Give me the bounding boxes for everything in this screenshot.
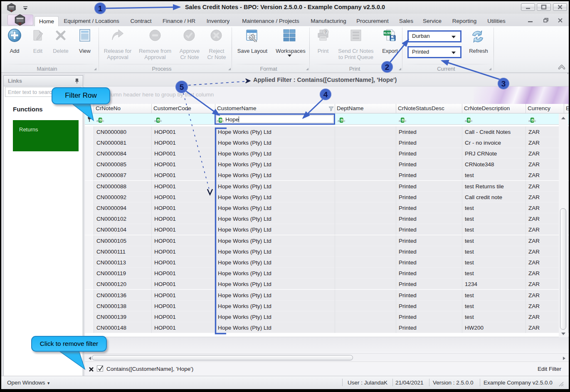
svg-text:a: a [528, 119, 531, 123]
svg-text:B: B [468, 118, 470, 122]
svg-text:a: a [96, 119, 99, 123]
svg-text:a: a [465, 119, 467, 123]
svg-text:a: a [154, 119, 156, 123]
svg-text:c: c [222, 119, 224, 123]
svg-text:B: B [220, 118, 222, 122]
svg-text:c: c [343, 119, 345, 123]
svg-text:B: B [531, 118, 534, 122]
svg-text:c: c [534, 119, 536, 123]
svg-text:B: B [157, 118, 160, 122]
svg-text:B: B [341, 118, 343, 122]
svg-text:a: a [217, 119, 219, 123]
svg-text:B: B [402, 118, 404, 122]
svg-text:XLSX: XLSX [383, 32, 391, 35]
svg-text:?: ? [324, 30, 327, 35]
svg-text:c: c [102, 119, 104, 123]
svg-text:c: c [160, 119, 162, 123]
svg-text:c: c [405, 119, 406, 123]
svg-text:a: a [399, 119, 401, 123]
svg-text:B: B [99, 118, 102, 122]
svg-text:c: c [471, 119, 472, 123]
svg-text:a: a [338, 119, 340, 123]
